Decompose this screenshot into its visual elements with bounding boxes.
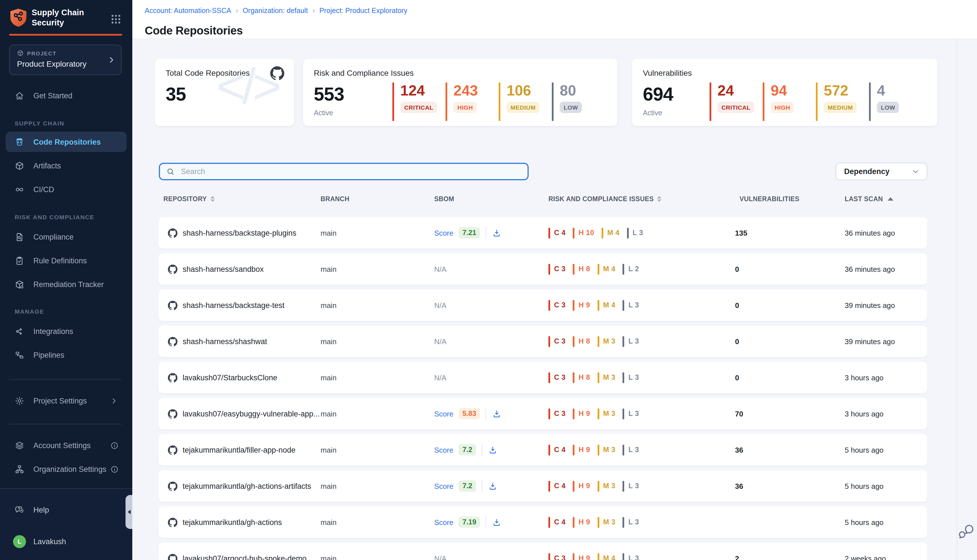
last-scan-value: 5 hours ago: [845, 506, 883, 538]
info-icon[interactable]: [110, 441, 119, 450]
download-sbom-icon[interactable]: [492, 517, 502, 527]
risk-medium: M 4: [597, 553, 615, 560]
github-icon: [168, 481, 177, 491]
risk-compliance-cell: C 3H 9M 3L 3: [548, 398, 646, 430]
column-header-last-scan[interactable]: LAST SCAN: [845, 195, 893, 202]
sbom-score-link[interactable]: Score: [434, 228, 453, 237]
download-sbom-icon[interactable]: [492, 409, 502, 418]
repository-name-link[interactable]: shash-harness/shashwat: [183, 337, 267, 345]
risk-compliance-cell: C 3H 8M 4L 2: [548, 253, 646, 285]
sidebar-item-integrations[interactable]: Integrations: [6, 321, 127, 341]
table-row[interactable]: lavakush07/easybuggy-vulnerable-app... m…: [158, 398, 927, 430]
sbom-na: N/A: [434, 373, 446, 382]
severity-count: 94: [771, 83, 816, 98]
severity-low: 4 LOW: [869, 83, 922, 121]
breadcrumb-item[interactable]: Organization: default: [242, 7, 308, 14]
sidebar-item-artifacts[interactable]: Artifacts: [6, 155, 127, 176]
risk-low: L 3: [623, 372, 639, 383]
column-header-vulnerabilities: VULNERABILITIES: [740, 195, 800, 202]
sbom-score-link[interactable]: Score: [434, 518, 453, 527]
vulnerability-count: 36: [735, 470, 743, 502]
repository-name-link[interactable]: lavakush07/argocd-hub-spoke-demo: [183, 554, 306, 560]
last-scan-value: 36 minutes ago: [845, 253, 895, 285]
risk-critical: C 3: [548, 372, 566, 383]
sbom-score-link[interactable]: Score: [434, 409, 453, 418]
repository-name-link[interactable]: shash-harness/backstage-plugins: [183, 228, 296, 237]
sidebar-item-organization-settings[interactable]: Organization Settings: [6, 459, 127, 479]
sidebar-item-ci-cd[interactable]: CI/CD: [6, 179, 127, 200]
sbom-cell: Score7.21: [434, 217, 502, 248]
active-label: Active: [643, 109, 662, 117]
sidebar-item-rule-definitions[interactable]: Rule Definitions: [6, 250, 127, 271]
vulnerability-count: 0: [735, 362, 739, 393]
severity-critical: 24 CRITICAL: [710, 83, 763, 121]
search-input[interactable]: [180, 167, 528, 176]
table-row[interactable]: tejakummarikuntla/gh-actions-artifacts m…: [158, 470, 927, 502]
sidebar-item-account-settings[interactable]: Account Settings: [6, 435, 127, 455]
breadcrumb-item[interactable]: Project: Product Exploratory: [319, 7, 408, 14]
repository-name-link[interactable]: lavakush07/easybuggy-vulnerable-app...: [183, 409, 320, 418]
dependency-filter-select[interactable]: Dependency: [836, 163, 927, 180]
repository-name-link[interactable]: shash-harness/sandbox: [183, 265, 264, 273]
download-sbom-icon[interactable]: [492, 228, 502, 238]
risk-low: L 3: [623, 300, 639, 310]
clipboard-check-icon: [15, 256, 24, 265]
sort-icon: [210, 196, 215, 202]
table-row[interactable]: shash-harness/shashwat main N/A C 3H 8M …: [158, 325, 927, 357]
sbom-score-link[interactable]: Score: [434, 482, 453, 490]
risk-critical: C 4: [548, 445, 566, 455]
severity-badge: HIGH: [771, 102, 794, 113]
sidebar-item-compliance[interactable]: Compliance: [6, 227, 127, 247]
risk-high: H 9: [573, 481, 590, 491]
breadcrumb-item[interactable]: Account: Automation-SSCA: [145, 7, 231, 14]
sidebar-user-menu[interactable]: L Lavakush: [6, 531, 127, 552]
repository-name-link[interactable]: lavakush07/StarbucksClone: [183, 373, 277, 382]
table-row[interactable]: shash-harness/backstage-test main N/A C …: [158, 289, 927, 321]
sidebar-item-help[interactable]: Help: [6, 500, 127, 520]
table-row[interactable]: lavakush07/argocd-hub-spoke-demo main N/…: [158, 542, 927, 560]
sidebar-item-remediation-tracker[interactable]: Remediation Tracker: [6, 274, 127, 294]
column-header-risk-and-compliance-issues[interactable]: RISK AND COMPLIANCE ISSUES: [548, 195, 662, 202]
github-icon: [168, 337, 177, 346]
risk-medium: M 3: [597, 517, 615, 528]
page-title: Code Repositories: [145, 25, 243, 38]
risk-high: H 9: [573, 517, 590, 528]
last-scan-value: 39 minutes ago: [845, 325, 895, 357]
column-header-repository[interactable]: REPOSITORY: [164, 195, 215, 202]
vulnerabilities-value: 694: [643, 83, 673, 105]
risk-issues-value: 553: [314, 83, 344, 105]
table-row[interactable]: tejakummarikuntla/filler-app-node main S…: [158, 434, 927, 466]
risk-compliance-cell: C 4H 9M 3L 3: [548, 470, 646, 502]
table-row[interactable]: shash-harness/backstage-plugins main Sco…: [158, 217, 927, 248]
download-sbom-icon[interactable]: [488, 481, 498, 491]
sidebar-item-project-settings[interactable]: Project Settings: [6, 390, 127, 411]
table-row[interactable]: lavakush07/StarbucksClone main N/A C 3H …: [158, 362, 927, 393]
risk-critical: C 3: [548, 553, 566, 560]
risk-high: H 9: [573, 445, 590, 455]
table-row[interactable]: tejakummarikuntla/gh-actions main Score7…: [158, 506, 927, 538]
project-cube-icon: [17, 50, 24, 57]
sidebar-collapse-handle[interactable]: [125, 495, 132, 529]
sidebar-header: Supply ChainSecurity: [0, 0, 132, 35]
chevron-right-icon: [110, 397, 119, 405]
repository-name-link[interactable]: shash-harness/backstage-test: [183, 301, 284, 309]
chat-bubbles-icon[interactable]: [958, 523, 975, 542]
info-icon[interactable]: [110, 465, 119, 473]
search-box[interactable]: [159, 163, 529, 180]
apps-grid-icon[interactable]: [111, 14, 121, 24]
repository-name-link[interactable]: tejakummarikuntla/gh-actions: [183, 518, 282, 527]
repository-name-link[interactable]: tejakummarikuntla/filler-app-node: [183, 445, 296, 454]
sidebar-item-code-repositories[interactable]: Code Repositories: [6, 132, 127, 152]
risk-critical: C 4: [548, 517, 566, 528]
github-icon: [168, 409, 177, 418]
severity-badge: LOW: [560, 102, 582, 113]
severity-high: 94 HIGH: [763, 83, 816, 121]
sidebar-item-pipelines[interactable]: Pipelines: [6, 345, 127, 365]
sbom-score-link[interactable]: Score: [434, 445, 453, 454]
download-sbom-icon[interactable]: [488, 445, 498, 455]
severity-badge: MEDIUM: [507, 102, 539, 113]
project-selector[interactable]: PROJECT Product Exploratory: [9, 45, 122, 75]
sidebar-item-get-started[interactable]: Get Started: [6, 85, 127, 106]
repository-name-link[interactable]: tejakummarikuntla/gh-actions-artifacts: [183, 482, 311, 490]
table-row[interactable]: shash-harness/sandbox main N/A C 3H 8M 4…: [158, 253, 927, 285]
